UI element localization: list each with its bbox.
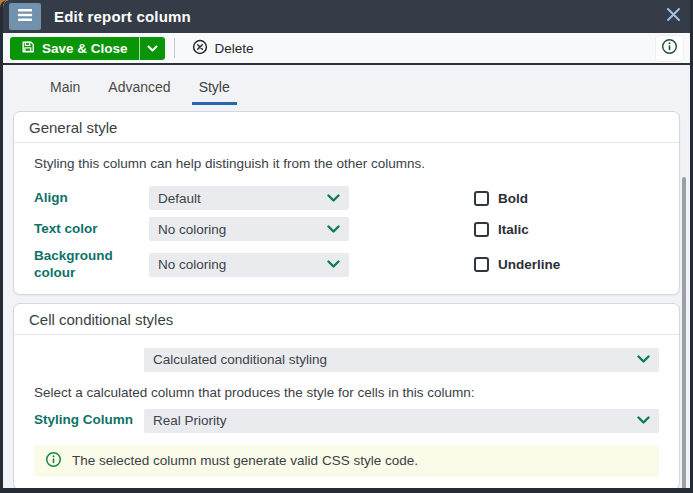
save-icon: [21, 40, 35, 57]
general-style-panel: General style Styling this column can he…: [13, 111, 680, 295]
underline-checkbox-label: Underline: [498, 257, 560, 272]
general-style-fields: Align Default Bold Text color: [34, 186, 659, 282]
css-validity-note: The selected column must generate valid …: [34, 445, 659, 477]
save-close-label: Save & Close: [42, 41, 128, 56]
general-style-description: Styling this column can help distinguish…: [34, 156, 659, 171]
chevron-down-icon: [147, 39, 158, 57]
save-options-dropdown-button[interactable]: [139, 37, 165, 60]
background-colour-label: Background colour: [34, 248, 149, 282]
bold-checkbox-label: Bold: [498, 191, 528, 206]
screen: Edit report column Save & Close: [0, 0, 693, 493]
css-validity-note-text: The selected column must generate valid …: [72, 453, 418, 468]
hamburger-menu-button[interactable]: [9, 3, 41, 30]
checkbox-icon: [474, 191, 489, 206]
checkbox-icon: [474, 257, 489, 272]
help-info-button[interactable]: [656, 36, 683, 61]
cell-conditional-styles-panel: Cell conditional styles Calculated condi…: [13, 303, 680, 488]
chevron-down-icon: [327, 191, 340, 206]
edit-report-column-dialog: Edit report column Save & Close: [0, 0, 693, 493]
tab-style[interactable]: Style: [192, 74, 237, 105]
italic-checkbox[interactable]: Italic: [474, 222, 659, 237]
styling-column-description: Select a calculated column that produces…: [34, 385, 659, 400]
conditional-mode-select[interactable]: Calculated conditional styling: [144, 348, 659, 372]
align-label: Align: [34, 190, 149, 207]
checkbox-icon: [474, 222, 489, 237]
underline-checkbox[interactable]: Underline: [474, 257, 659, 272]
info-icon: [45, 451, 62, 471]
styling-column-row: Styling Column Real Priority: [34, 409, 659, 433]
vertical-scrollbar[interactable]: [682, 177, 686, 488]
chevron-down-icon: [327, 222, 340, 237]
tab-main[interactable]: Main: [43, 74, 87, 105]
toolbar-divider: [174, 38, 175, 58]
hamburger-icon: [17, 8, 33, 26]
bold-checkbox[interactable]: Bold: [474, 191, 659, 206]
background-colour-select[interactable]: No coloring: [149, 253, 349, 277]
save-close-split-button: Save & Close: [10, 37, 165, 60]
save-close-button[interactable]: Save & Close: [10, 37, 139, 60]
styling-column-select[interactable]: Real Priority: [144, 409, 659, 433]
chevron-down-icon: [327, 257, 340, 272]
styling-column-value: Real Priority: [153, 413, 227, 428]
close-icon: [666, 7, 681, 26]
dialog-toolbar: Save & Close Delete: [3, 33, 690, 65]
background-colour-select-value: No coloring: [158, 257, 226, 272]
text-color-label: Text color: [34, 221, 149, 238]
delete-label: Delete: [215, 41, 254, 56]
align-select-value: Default: [158, 191, 201, 206]
cell-conditional-panel-title: Cell conditional styles: [14, 304, 679, 335]
conditional-mode-row: Calculated conditional styling: [144, 348, 659, 372]
chevron-down-icon: [637, 352, 650, 367]
close-button[interactable]: [656, 0, 690, 33]
dialog-titlebar: Edit report column: [3, 0, 690, 33]
general-style-panel-body: Styling this column can help distinguish…: [14, 143, 679, 294]
chevron-down-icon: [637, 413, 650, 428]
styling-column-label: Styling Column: [34, 412, 144, 429]
dialog-content: Main Advanced Style General style Stylin…: [3, 65, 690, 488]
delete-icon: [192, 39, 208, 58]
conditional-mode-value: Calculated conditional styling: [153, 352, 327, 367]
info-icon: [661, 38, 678, 59]
tab-advanced[interactable]: Advanced: [101, 74, 177, 105]
tab-bar: Main Advanced Style: [43, 74, 680, 105]
text-color-select-value: No coloring: [158, 222, 226, 237]
dialog-title: Edit report column: [54, 8, 656, 25]
text-color-select[interactable]: No coloring: [149, 217, 349, 241]
delete-button[interactable]: Delete: [184, 36, 262, 61]
italic-checkbox-label: Italic: [498, 222, 529, 237]
align-select[interactable]: Default: [149, 186, 349, 210]
general-style-panel-title: General style: [14, 112, 679, 143]
cell-conditional-panel-body: Calculated conditional styling Select a …: [14, 335, 679, 488]
